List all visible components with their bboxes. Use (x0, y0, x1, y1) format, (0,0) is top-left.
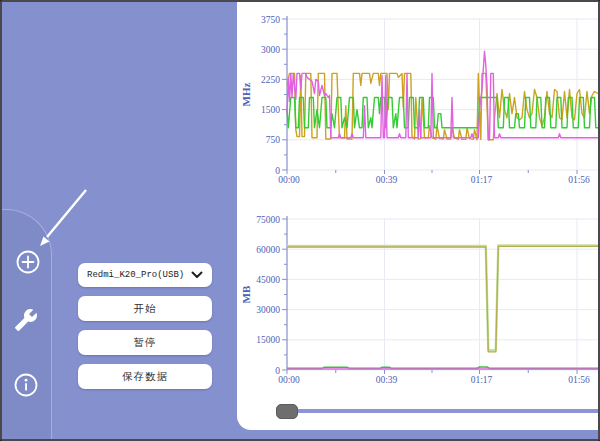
chart-scrollbar-track[interactable] (276, 409, 598, 413)
device-select[interactable]: Redmi_K20_Pro(USB) (78, 263, 212, 287)
chart-panel (237, 2, 598, 430)
settings-button[interactable] (13, 308, 39, 334)
device-select-value: Redmi_K20_Pro(USB) (87, 270, 191, 280)
start-button[interactable]: 开始 (78, 296, 212, 321)
about-button[interactable] (13, 372, 39, 398)
control-column: Redmi_K20_Pro(USB) 开始 暂停 保存数据 (78, 263, 212, 398)
pause-button[interactable]: 暂停 (78, 330, 212, 355)
add-device-button[interactable] (15, 249, 41, 275)
chevron-down-icon (191, 271, 203, 279)
slider-handle[interactable] (276, 404, 298, 419)
save-data-button[interactable]: 保存数据 (78, 364, 212, 389)
app-window: Redmi_K20_Pro(USB) 开始 暂停 保存数据 0750150022… (0, 0, 600, 441)
plus-circle-icon (15, 263, 41, 278)
info-circle-icon (13, 386, 39, 401)
wrench-icon (14, 320, 38, 335)
